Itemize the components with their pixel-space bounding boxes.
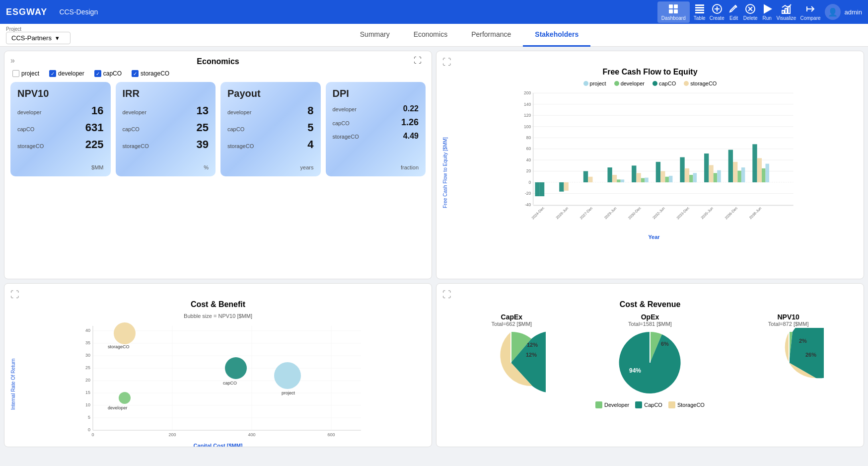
svg-rect-71 <box>737 171 741 182</box>
svg-text:200: 200 <box>524 90 531 95</box>
svg-rect-15 <box>782 10 784 13</box>
economics-expand[interactable]: ⛶ <box>414 56 422 65</box>
chevron-down-icon: ▾ <box>56 34 59 42</box>
fcf-title: Free Cash Flow to Equity <box>442 68 858 77</box>
cb-capco-box[interactable]: ✓ <box>94 70 101 77</box>
legend-developer-swatch <box>595 401 602 408</box>
svg-rect-72 <box>741 167 745 182</box>
svg-text:2024-Dec: 2024-Dec <box>531 206 545 220</box>
svg-rect-57 <box>656 162 660 182</box>
cr-sections-header: CapEx Total=662 [$MM] OpEx Total=1581 [$… <box>442 313 858 327</box>
visualize-action[interactable]: Visualize <box>777 3 796 21</box>
svg-text:30: 30 <box>85 353 90 358</box>
cb-storageco[interactable]: ✓ storageCO <box>132 70 169 77</box>
fcf-chart-svg: .tick{font-size:9px;fill:#666;} <box>450 88 858 233</box>
svg-rect-68 <box>717 170 721 182</box>
run-action[interactable]: Run <box>762 3 773 21</box>
dashboard-action[interactable]: Dashboard <box>657 1 690 23</box>
project-select-value: CCS-Partners <box>11 34 52 42</box>
cr-title: Cost & Revenue <box>442 300 858 309</box>
collapse-btn[interactable]: » <box>10 56 15 65</box>
svg-text:2032-Jun: 2032-Jun <box>651 206 665 220</box>
cr-expand[interactable]: ⛶ <box>442 290 451 300</box>
bubble-project <box>274 362 301 389</box>
cb-project-box[interactable] <box>12 70 19 77</box>
svg-rect-46 <box>564 182 569 191</box>
svg-rect-43 <box>535 182 540 196</box>
svg-text:2030-Dec: 2030-Dec <box>627 206 642 220</box>
tab-summary[interactable]: Summary <box>348 24 402 47</box>
opex-total: Total=1581 [$MM] <box>581 321 720 327</box>
cb-capco-label: capCO <box>103 70 122 77</box>
create-label: Create <box>710 15 724 21</box>
svg-text:6%: 6% <box>661 341 669 347</box>
svg-text:-20: -20 <box>525 191 531 196</box>
cost-revenue-panel: ⛶ Cost & Revenue CapEx Total=662 [$MM] O… <box>436 283 864 447</box>
fcf-chart-area: .tick{font-size:9px;fill:#666;} <box>450 88 858 257</box>
legend-developer-label: Developer <box>604 402 629 408</box>
svg-rect-49 <box>607 167 612 182</box>
bubble-capco <box>225 357 247 379</box>
run-label: Run <box>762 15 771 21</box>
legend-storageco: storageCO <box>690 80 717 86</box>
brand-logo: ESGWAY <box>6 7 47 17</box>
user-name: admin <box>845 8 862 16</box>
edit-action[interactable]: Edit <box>728 3 739 21</box>
delete-label: Delete <box>743 15 758 21</box>
cb-project[interactable]: project <box>12 70 39 77</box>
cb-project-label: project <box>21 70 39 77</box>
project-select[interactable]: CCS-Partners ▾ <box>6 32 71 44</box>
project-label: Project <box>6 26 71 32</box>
payout-card: Payout developer8 capCO5 storageCO4 year… <box>220 82 321 176</box>
svg-text:0: 0 <box>88 427 90 432</box>
cb-storageco-box[interactable]: ✓ <box>132 70 139 77</box>
svg-rect-55 <box>641 178 645 182</box>
user-avatar[interactable]: 👤 <box>825 4 841 20</box>
fcf-expand[interactable]: ⛶ <box>442 57 451 67</box>
npv10-card: NPV10 developer16 capCO631 storageCO225 … <box>10 82 111 176</box>
legend-project: project <box>590 80 606 86</box>
edit-label: Edit <box>729 15 738 21</box>
compare-action[interactable]: Compare <box>800 3 820 21</box>
cost-benefit-panel: ⛶ Cost & Benefit Bubble size = NPV10 [$M… <box>4 283 432 447</box>
svg-rect-60 <box>669 176 672 182</box>
cb-capco[interactable]: ✓ capCO <box>94 70 122 77</box>
tab-stakeholders[interactable]: Stakeholders <box>523 24 590 47</box>
svg-text:35: 35 <box>85 340 90 345</box>
tab-performance[interactable]: Performance <box>459 24 523 47</box>
svg-rect-69 <box>728 150 733 182</box>
cb-y-label: Internal Rate Of Return <box>10 321 18 447</box>
svg-text:2033-Dec: 2033-Dec <box>675 206 690 220</box>
svg-rect-58 <box>660 171 665 182</box>
cb-expand[interactable]: ⛶ <box>10 290 19 300</box>
cb-chart-wrapper: Internal Rate Of Return .stk{font-size:9… <box>10 321 426 447</box>
economics-title: Economics <box>10 57 426 66</box>
visualize-label: Visualize <box>777 15 796 21</box>
cb-developer[interactable]: ✓ developer <box>49 70 84 77</box>
svg-rect-66 <box>709 165 713 182</box>
cr-legend: Developer CapCO StorageCO <box>442 401 858 408</box>
svg-rect-7 <box>695 12 704 13</box>
svg-rect-59 <box>665 177 668 182</box>
create-action[interactable]: Create <box>710 3 724 21</box>
cb-developer-box[interactable]: ✓ <box>49 70 56 77</box>
tab-economics[interactable]: Economics <box>402 24 459 47</box>
svg-rect-63 <box>689 175 693 182</box>
svg-rect-51 <box>617 179 620 182</box>
payout-title: Payout <box>227 88 314 99</box>
svg-rect-67 <box>714 173 717 182</box>
svg-text:60: 60 <box>526 146 531 151</box>
legend-capco-label: CapCO <box>644 402 662 408</box>
table-action[interactable]: Table <box>694 3 706 21</box>
svg-text:10: 10 <box>85 402 90 407</box>
svg-rect-5 <box>695 7 704 8</box>
capex-pie: 12% 12% 75% <box>476 328 546 397</box>
svg-rect-54 <box>636 173 641 182</box>
compare-label: Compare <box>800 15 820 21</box>
bubble-storageco <box>114 322 136 344</box>
svg-text:72%: 72% <box>767 366 779 373</box>
irr-title: IRR <box>123 88 209 99</box>
svg-text:20: 20 <box>526 168 531 173</box>
npv10-total: Total=872 [$MM] <box>719 321 858 327</box>
delete-action[interactable]: Delete <box>743 3 758 21</box>
